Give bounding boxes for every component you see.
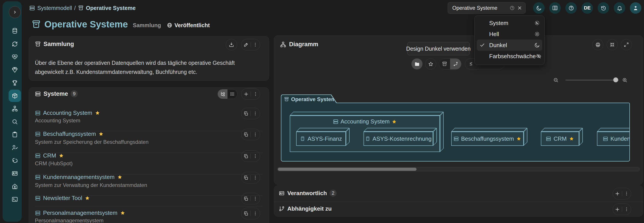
- theme-toggle-button[interactable]: [533, 2, 544, 14]
- systems-card-title: Systeme: [44, 90, 68, 97]
- favorite-star-icon[interactable]: [98, 131, 104, 137]
- notifications-button[interactable]: [614, 2, 625, 14]
- zoom-slider-handle[interactable]: [613, 77, 618, 82]
- diagram-container-body[interactable]: Accounting System ASYS-Finanz ASYS-Koste…: [281, 103, 630, 162]
- copy-button[interactable]: [244, 175, 248, 180]
- sidebar-item-lifecycle[interactable]: [12, 41, 18, 47]
- add-dependency-button[interactable]: [615, 207, 620, 212]
- sidebar-item-goals[interactable]: [12, 79, 18, 86]
- list-item[interactable]: Kundenmanagementsystem: [35, 174, 122, 180]
- layers-button[interactable]: [412, 58, 422, 69]
- sidebar-item-organization[interactable]: [12, 183, 18, 190]
- item-more-button[interactable]: [253, 132, 258, 137]
- breadcrumb-current[interactable]: Operative Systeme: [86, 5, 136, 11]
- lte-filter-button[interactable]: [468, 61, 474, 67]
- diagram-group-accounting[interactable]: Accounting System ASYS-Finanz ASYS-Koste…: [290, 116, 440, 152]
- copy-button[interactable]: [244, 111, 248, 116]
- search-field[interactable]: [448, 2, 526, 14]
- responsible-more-button[interactable]: [624, 191, 629, 196]
- add-system-button[interactable]: [244, 91, 249, 97]
- collection-more-button[interactable]: [253, 42, 258, 47]
- theme-menu-item-system[interactable]: System: [474, 18, 544, 29]
- diagram-container-tab[interactable]: Operative Systeme: [281, 95, 336, 103]
- diagram-scrollbar-thumb[interactable]: [278, 168, 416, 171]
- sidebar-item-data[interactable]: [12, 28, 18, 34]
- diagram-node[interactable]: Beschaffungssystem: [451, 132, 524, 146]
- list-item[interactable]: CRM: [35, 152, 64, 159]
- responsible-row[interactable]: Verantwortlich 2: [279, 190, 336, 197]
- copy-button[interactable]: [244, 132, 248, 137]
- item-more-button[interactable]: [253, 111, 258, 116]
- tree-view-button[interactable]: [218, 89, 228, 99]
- item-more-button[interactable]: [253, 211, 258, 216]
- edit-button[interactable]: [244, 42, 249, 47]
- user-menu-button[interactable]: [630, 2, 641, 14]
- dependency-more-button[interactable]: [624, 207, 629, 212]
- layout-button[interactable]: [549, 2, 561, 14]
- sidebar-item-assets[interactable]: [12, 67, 18, 73]
- sidebar-item-hierarchy[interactable]: [12, 105, 18, 112]
- system-link[interactable]: Personalmanagementsystem: [43, 209, 118, 216]
- diagram-node[interactable]: ASYS-Kostenrechnung: [364, 132, 433, 146]
- item-more-button[interactable]: [253, 175, 258, 180]
- search-hint-icon[interactable]: [510, 5, 515, 11]
- copy-button[interactable]: [244, 154, 248, 159]
- system-link[interactable]: Beschaffungssystem: [43, 131, 96, 137]
- diagram-node[interactable]: ASYS-Finanz: [296, 132, 346, 146]
- system-link[interactable]: CRM: [43, 152, 56, 159]
- system-link[interactable]: Kundenmanagementsystem: [43, 174, 114, 180]
- favorites-filter-button[interactable]: [425, 58, 436, 69]
- item-more-button[interactable]: [253, 154, 258, 159]
- language-button[interactable]: DE: [582, 2, 593, 14]
- history-button[interactable]: [598, 2, 609, 14]
- favorite-star-icon[interactable]: [95, 110, 100, 116]
- diagram-node[interactable]: Kundenmanagementsystem: [597, 132, 630, 146]
- list-item[interactable]: Newsletter Tool: [35, 195, 90, 201]
- sidebar-item-console[interactable]: [12, 196, 18, 203]
- list-item[interactable]: Beschaffungssystem: [35, 131, 104, 137]
- sidebar-collapse-button[interactable]: [9, 6, 21, 18]
- expand-icon: [624, 42, 629, 47]
- zoom-slider-track[interactable]: [566, 80, 619, 80]
- breadcrumb-root[interactable]: Systemmodell: [37, 5, 72, 11]
- list-item[interactable]: Personalmanagementsystem: [35, 209, 126, 216]
- zoom-in-icon[interactable]: [622, 77, 628, 83]
- print-button[interactable]: [592, 39, 603, 50]
- diagram-node[interactable]: CRM: [541, 132, 579, 146]
- theme-menu-item-dark[interactable]: Dunkel: [477, 40, 542, 51]
- box-mode-button[interactable]: [439, 59, 450, 69]
- copy-button[interactable]: [244, 196, 248, 201]
- sidebar-item-value-stream[interactable]: [12, 54, 18, 60]
- sidebar-item-search[interactable]: [12, 118, 18, 125]
- sidebar-item-approvals[interactable]: [12, 144, 18, 151]
- system-link[interactable]: Newsletter Tool: [43, 195, 82, 201]
- search-input[interactable]: [452, 5, 507, 11]
- export-button[interactable]: [226, 39, 237, 50]
- system-link[interactable]: Accounting System: [43, 109, 92, 116]
- sidebar-item-discussions[interactable]: [12, 157, 18, 164]
- zoom-out-icon[interactable]: [553, 77, 559, 83]
- list-item[interactable]: Accounting System: [35, 109, 100, 116]
- sidebar-item-trainings[interactable]: [12, 170, 18, 177]
- systems-more-button[interactable]: [253, 91, 258, 97]
- favorite-star-icon[interactable]: [120, 210, 126, 216]
- sidebar-item-tasks[interactable]: [12, 131, 18, 138]
- connection-mode-button[interactable]: [450, 59, 461, 69]
- list-view-button[interactable]: [228, 89, 237, 99]
- theme-menu-item-light[interactable]: Hell: [474, 29, 544, 40]
- favorite-star-icon[interactable]: [84, 195, 90, 201]
- fit-view-button[interactable]: [607, 39, 618, 50]
- copy-button[interactable]: [244, 211, 248, 216]
- favorite-star-icon[interactable]: [58, 153, 64, 158]
- help-button[interactable]: [566, 2, 577, 14]
- use-dark-design-button[interactable]: Design Dunkel verwenden: [407, 42, 470, 55]
- favorite-star-icon[interactable]: [117, 174, 122, 180]
- item-more-button[interactable]: [253, 196, 258, 201]
- theme-menu-item-colorblind[interactable]: Farbsehschwäche: [474, 51, 544, 62]
- clear-search-icon[interactable]: [517, 5, 522, 11]
- add-responsible-button[interactable]: [615, 191, 620, 196]
- fullscreen-button[interactable]: [621, 39, 632, 50]
- sidebar-item-systems[interactable]: [12, 92, 18, 99]
- dependency-row[interactable]: Abhängigkeit zu: [279, 205, 332, 212]
- page-type-label: Sammlung: [133, 22, 161, 29]
